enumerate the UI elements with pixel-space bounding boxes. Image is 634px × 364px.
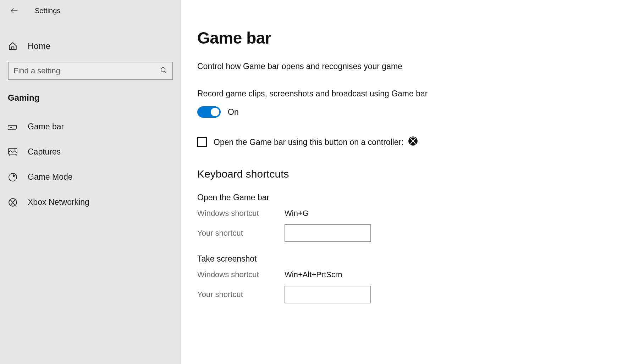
windows-shortcut-value: Win+G (285, 209, 309, 218)
intro-text: Control how Game bar opens and recognise… (197, 62, 613, 71)
game-bar-icon (8, 123, 18, 130)
svg-point-1 (161, 68, 165, 72)
main-content: Game bar Control how Game bar opens and … (181, 0, 634, 364)
controller-checkbox-label: Open the Game bar using this button on a… (214, 138, 404, 147)
app-title: Settings (35, 7, 60, 15)
search-icon (160, 66, 167, 75)
your-shortcut-label: Your shortcut (197, 229, 285, 238)
sidebar-item-label: Game Mode (28, 172, 73, 182)
your-shortcut-label: Your shortcut (197, 290, 285, 299)
svg-rect-3 (8, 125, 17, 129)
windows-shortcut-value: Win+Alt+PrtScrn (285, 270, 342, 279)
back-button[interactable] (9, 6, 19, 16)
sidebar-item-xbox-networking[interactable]: Xbox Networking (0, 190, 181, 215)
captures-icon (8, 148, 18, 156)
sidebar-item-label: Captures (28, 147, 61, 157)
sidebar-item-game-mode[interactable]: Game Mode (0, 164, 181, 190)
svg-point-7 (14, 149, 15, 150)
sidebar: Settings Home Gaming Game bar (0, 0, 181, 364)
shortcut-block: Open the Game bar Windows shortcut Win+G… (197, 193, 613, 242)
page-title: Game bar (197, 28, 613, 47)
sidebar-nav: Game bar Captures Game Mode Xbox Network… (0, 114, 181, 215)
search-input[interactable] (13, 66, 160, 75)
shortcut-title: Open the Game bar (197, 193, 613, 202)
sidebar-home[interactable]: Home (0, 34, 181, 58)
shortcuts-heading: Keyboard shortcuts (197, 168, 613, 180)
your-shortcut-input[interactable] (285, 224, 371, 242)
sidebar-item-captures[interactable]: Captures (0, 139, 181, 164)
sidebar-home-label: Home (28, 41, 50, 51)
sidebar-item-game-bar[interactable]: Game bar (0, 114, 181, 139)
controller-checkbox[interactable] (197, 137, 207, 147)
svg-line-2 (165, 71, 166, 73)
windows-shortcut-label: Windows shortcut (197, 209, 285, 218)
sidebar-section-label: Gaming (0, 80, 181, 106)
game-mode-icon (8, 173, 18, 182)
sidebar-header: Settings (0, 0, 181, 21)
sidebar-item-label: Game bar (28, 122, 64, 131)
windows-shortcut-label: Windows shortcut (197, 270, 285, 279)
arrow-left-icon (10, 6, 19, 15)
sidebar-item-label: Xbox Networking (28, 197, 89, 207)
search-box[interactable] (8, 62, 173, 80)
your-shortcut-input[interactable] (285, 286, 371, 303)
shortcut-title: Take screenshot (197, 254, 613, 264)
home-icon (8, 41, 18, 51)
record-toggle[interactable] (197, 106, 221, 118)
toggle-state-label: On (228, 107, 239, 117)
xbox-logo-icon (408, 136, 418, 148)
xbox-icon (8, 198, 18, 207)
shortcut-block: Take screenshot Windows shortcut Win+Alt… (197, 254, 613, 303)
record-label: Record game clips, screenshots and broad… (197, 89, 613, 99)
